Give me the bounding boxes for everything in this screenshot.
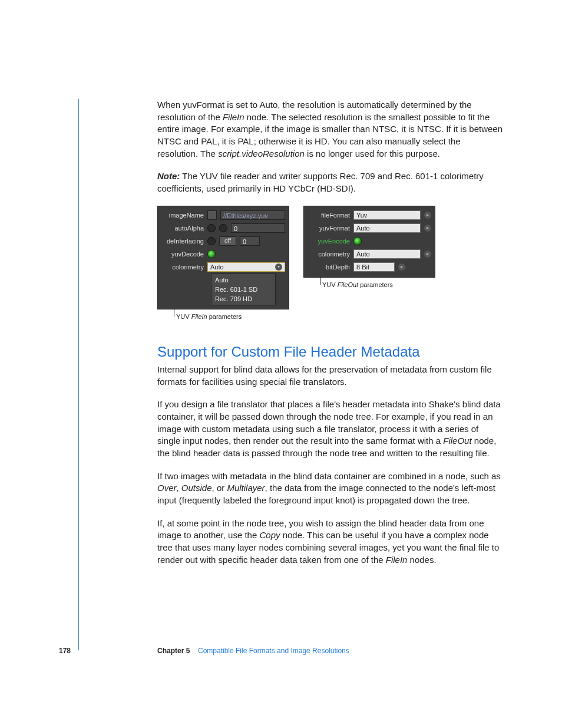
filein-caption: YUV FileIn parameters	[157, 313, 289, 320]
filein-panel: imageName //Ethics/xyz.yuv autoAlpha 0 d…	[157, 206, 289, 309]
fileout-panel-wrap: fileFormat Yuv ▸ yuvFormat Auto ▸ yuvEnc…	[303, 206, 435, 288]
yuvencode-toggle[interactable]	[353, 237, 362, 245]
colorimetry-select-in[interactable]: Auto ▾	[207, 262, 285, 272]
chevron-down-icon[interactable]: ▸	[424, 212, 431, 219]
label-fileformat: fileFormat	[308, 212, 350, 219]
dropdown-opt-601[interactable]: Rec. 601-1 SD	[214, 285, 273, 294]
colorimetry-select-out[interactable]: Auto	[353, 249, 421, 259]
fileout-term: FileOut	[338, 281, 358, 288]
text: parameters	[207, 313, 242, 320]
dropdown-opt-auto[interactable]: Auto	[214, 275, 273, 285]
fileformat-value: Yuv	[356, 211, 367, 219]
deinterlacing-toggle[interactable]	[207, 237, 216, 245]
dropdown-opt-709[interactable]: Rec. 709 HD	[214, 294, 273, 304]
label-colorimetry-out: colorimetry	[308, 251, 350, 258]
vertical-rule	[78, 99, 79, 650]
text: ,	[177, 483, 181, 493]
paragraph-two-images: If two images with metadata in the blind…	[157, 470, 503, 507]
yuvformat-select[interactable]: Auto	[353, 223, 421, 233]
yuvdecode-toggle[interactable]	[207, 250, 216, 258]
colorimetry-value-out: Auto	[356, 250, 370, 258]
label-yuvencode: yuvEncode	[308, 238, 350, 245]
text: is no longer used for this purpose.	[305, 149, 440, 159]
outside-term: Outside	[181, 483, 212, 493]
autoalpha-toggle-b[interactable]	[219, 224, 227, 232]
note-paragraph: Note: The YUV file reader and writer sup…	[157, 170, 503, 195]
bitdepth-select[interactable]: 8 Bit	[353, 262, 395, 272]
paragraph-yuvformat: When yuvFormat is set to Auto, the resol…	[157, 99, 503, 160]
chevron-down-icon: ▾	[275, 263, 282, 271]
label-deinterlacing: deInterlacing	[161, 238, 204, 245]
copy-term: Copy	[259, 530, 280, 540]
deinterlacing-pill[interactable]: off	[219, 236, 236, 246]
colorimetry-value-in: Auto	[210, 263, 224, 271]
chapter-label: Chapter 5	[157, 647, 190, 655]
fileout-term: FileOut	[443, 436, 471, 446]
label-autoalpha: autoAlpha	[161, 225, 204, 232]
label-colorimetry-in: colorimetry	[161, 263, 204, 271]
filein-panel-wrap: imageName //Ethics/xyz.yuv autoAlpha 0 d…	[157, 206, 289, 320]
label-yuvdecode: yuvDecode	[161, 251, 204, 258]
paragraph-copy-node: If, at some point in the node tree, you …	[157, 518, 503, 566]
deinterlacing-field[interactable]: 0	[240, 236, 260, 246]
chevron-down-icon[interactable]: ▸	[424, 251, 431, 258]
bitdepth-value: 8 Bit	[356, 263, 369, 271]
autoalpha-field[interactable]: 0	[231, 223, 285, 233]
paragraph-blind-data: Internal support for blind data allows f…	[157, 364, 503, 388]
autoalpha-toggle-a[interactable]	[207, 224, 216, 232]
label-imagename: imageName	[161, 212, 204, 219]
text: YUV	[176, 313, 191, 320]
fileout-caption: YUV FileOut parameters	[303, 281, 435, 288]
note-body: The YUV file reader and writer supports …	[157, 171, 484, 193]
text: YUV	[322, 281, 338, 288]
imagename-field[interactable]: //Ethics/xyz.yuv	[220, 210, 285, 220]
label-bitdepth: bitDepth	[308, 263, 350, 271]
note-label: Note:	[157, 171, 180, 181]
text: If two images with metadata in the blind…	[157, 471, 501, 481]
colorimetry-dropdown[interactable]: Auto Rec. 601-1 SD Rec. 709 HD	[211, 274, 276, 305]
text: parameters	[358, 281, 393, 288]
yuvformat-value: Auto	[356, 224, 370, 232]
chevron-down-icon[interactable]: ▸	[424, 225, 431, 232]
label-yuvformat: yuvFormat	[308, 225, 350, 232]
fileformat-select[interactable]: Yuv	[353, 210, 421, 220]
page-number: 178	[59, 647, 71, 655]
filein-term: FileIn	[223, 112, 244, 122]
folder-icon[interactable]	[207, 210, 217, 220]
chevron-down-icon[interactable]: ▸	[398, 263, 405, 271]
chapter-title: Compatible File Formats and Image Resolu…	[198, 647, 349, 655]
text: , or	[212, 483, 227, 493]
fileout-panel: fileFormat Yuv ▸ yuvFormat Auto ▸ yuvEnc…	[303, 206, 435, 278]
multilayer-term: Multilayer	[227, 483, 265, 493]
over-term: Over	[157, 483, 177, 493]
filein-term: FileIn	[191, 313, 207, 320]
text: nodes.	[407, 555, 436, 565]
script-videoresolution-term: script.videoResolution	[218, 149, 305, 159]
heading-custom-metadata: Support for Custom File Header Metadata	[157, 344, 503, 360]
filein-term: FileIn	[386, 555, 408, 565]
paragraph-file-translator: If you design a file translator that pla…	[157, 398, 503, 459]
